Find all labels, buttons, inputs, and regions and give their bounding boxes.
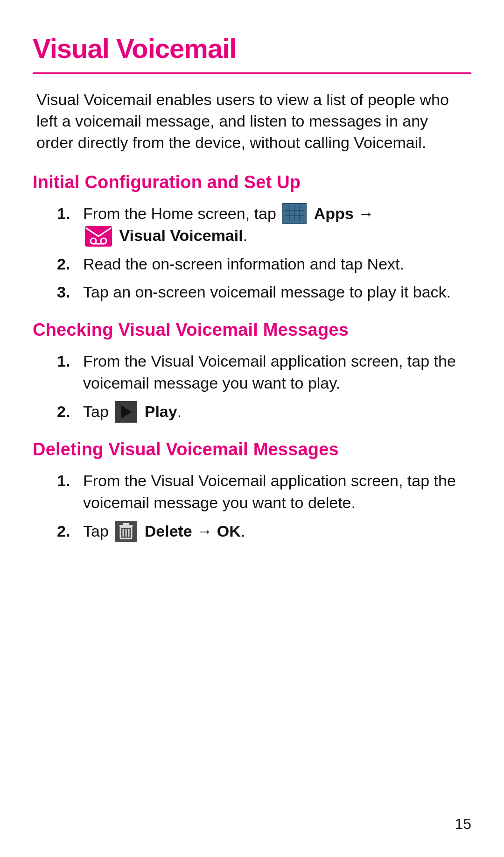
step-text: Read the on-screen information and tap N… (83, 255, 404, 273)
visual-voicemail-label: Visual Voicemail (119, 227, 243, 244)
checking-steps: From the Visual Voicemail application sc… (33, 350, 471, 423)
section-checking-title: Checking Visual Voicemail Messages (33, 320, 471, 340)
arrow-icon: → (192, 522, 217, 540)
list-item: Tap Play. (33, 401, 471, 423)
step-text: . (241, 522, 245, 540)
step-text: . (177, 403, 182, 420)
delete-label: Delete (145, 522, 192, 540)
arrow-icon: → (358, 205, 374, 222)
section-initial-config-title: Initial Configuration and Set Up (33, 172, 471, 192)
section-deleting-title: Deleting Visual Voicemail Messages (33, 439, 471, 460)
list-item: From the Visual Voicemail application sc… (33, 350, 471, 394)
step-text: Tap an on-screen voicemail message to pl… (83, 283, 451, 301)
play-label: Play (145, 403, 177, 420)
page-number: 15 (455, 815, 471, 833)
step-text: From the Visual Voicemail application sc… (83, 352, 456, 392)
list-item: From the Home screen, tap Apps → Visual … (33, 203, 471, 247)
initial-config-steps: From the Home screen, tap Apps → Visual … (33, 203, 471, 304)
deleting-steps: From the Visual Voicemail application sc… (33, 470, 471, 542)
intro-paragraph: Visual Voicemail enables users to view a… (36, 89, 468, 154)
visual-voicemail-icon (85, 226, 112, 247)
apps-grid-icon (282, 203, 307, 224)
step-text: From the Home screen, tap (83, 205, 280, 222)
svg-rect-8 (119, 525, 133, 527)
step-text: . (243, 227, 247, 244)
ok-label: OK (217, 522, 241, 540)
svg-rect-9 (123, 523, 129, 525)
step-text: From the Visual Voicemail application sc… (83, 472, 456, 511)
step-text: Tap (83, 522, 113, 540)
list-item: From the Visual Voicemail application sc… (33, 470, 471, 514)
play-icon (115, 401, 137, 423)
list-item: Tap Delete → OK. (33, 520, 471, 542)
step-text: Tap (83, 403, 113, 420)
apps-label: Apps (314, 205, 354, 222)
trash-icon (115, 521, 137, 542)
list-item: Read the on-screen information and tap N… (33, 253, 471, 275)
page-title: Visual Voicemail (33, 33, 471, 74)
list-item: Tap an on-screen voicemail message to pl… (33, 281, 471, 303)
